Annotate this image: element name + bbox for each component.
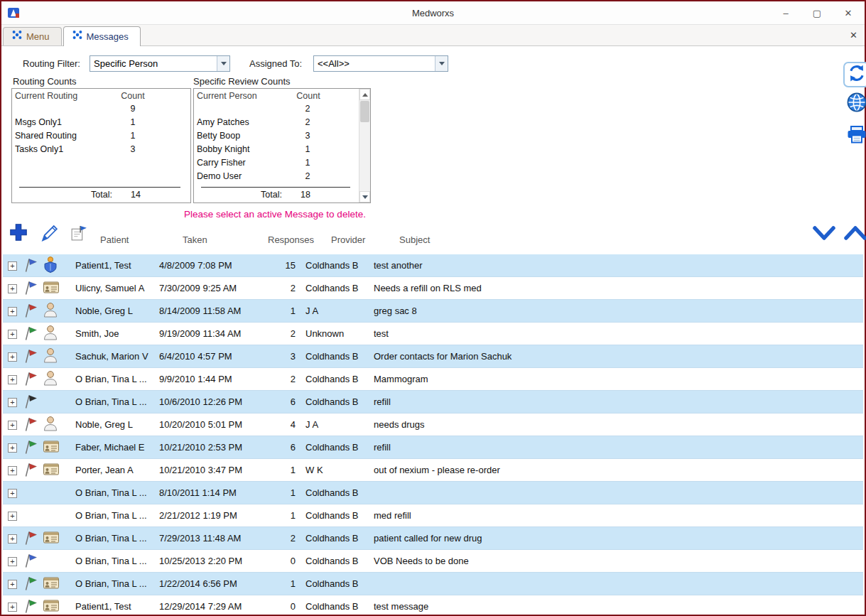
expand-button[interactable]: +: [3, 442, 23, 453]
col-header-responses[interactable]: Responses: [268, 234, 314, 245]
count-row[interactable]: Tasks Only1 3: [12, 142, 190, 156]
printer-button[interactable]: [843, 124, 866, 147]
minimize-button[interactable]: –: [779, 8, 792, 18]
cell-provider: Coldhands B: [296, 283, 368, 293]
message-row[interactable]: + O Brian, Tina L ... 1/22/2014 6:56 PM …: [3, 573, 863, 595]
flag-icon: [23, 416, 43, 434]
expand-button[interactable]: +: [3, 374, 23, 384]
sort-up-button[interactable]: [843, 225, 866, 244]
expand-button[interactable]: +: [3, 465, 23, 475]
count-row[interactable]: Shared Routing 1: [12, 129, 190, 142]
count-row[interactable]: 2: [194, 102, 358, 115]
expand-button[interactable]: +: [3, 396, 23, 407]
review-total-value: 18: [289, 190, 322, 200]
assigned-to-dropdown-arrow-icon[interactable]: [435, 56, 448, 71]
routing-col-count: Count: [118, 91, 148, 101]
col-header-patient[interactable]: Patient: [100, 234, 129, 245]
cell-taken: 10/25/2013 2:20 PM: [158, 556, 264, 566]
app-window: Medworxs – ▢ ✕ Menu Messages ✕ Routing F…: [0, 0, 866, 616]
count-row[interactable]: Carry Fisher 1: [194, 156, 358, 169]
count-row[interactable]: Amy Patches 2: [194, 115, 358, 129]
cell-patient: Ulicny, Samuel A: [67, 283, 158, 293]
sort-down-button[interactable]: [811, 225, 837, 244]
message-list: + Patient1, Test 4/8/2009 7:08 PM 15 Col…: [3, 254, 863, 613]
col-header-taken[interactable]: Taken: [183, 234, 207, 245]
maximize-button[interactable]: ▢: [811, 8, 823, 18]
expand-button[interactable]: +: [3, 260, 23, 271]
chevron-up-icon: [843, 225, 866, 244]
expand-button[interactable]: +: [3, 419, 23, 430]
col-header-provider[interactable]: Provider: [331, 234, 365, 245]
count-row[interactable]: Bobby Knight 1: [194, 142, 358, 156]
count-row[interactable]: Msgs Only1 1: [12, 115, 190, 129]
cell-taken: 4/8/2009 7:08 PM: [158, 260, 264, 271]
flag-icon: [23, 393, 43, 411]
cell-taken: 2/21/2012 1:19 PM: [158, 510, 264, 521]
message-row[interactable]: + O Brian, Tina L ... 10/6/2010 12:26 PM…: [3, 391, 863, 414]
message-row[interactable]: + Faber, Michael E 10/21/2010 2:53 PM 6 …: [3, 436, 863, 459]
globe-button[interactable]: [843, 92, 866, 116]
message-row[interactable]: + O Brian, Tina L ... 7/29/2013 11:48 AM…: [3, 527, 863, 550]
expand-button[interactable]: +: [3, 283, 23, 293]
message-row[interactable]: + Sachuk, Marion V 6/4/2010 4:57 PM 3 Co…: [3, 345, 863, 368]
message-row[interactable]: + O Brian, Tina L ... 10/25/2013 2:20 PM…: [3, 550, 863, 573]
cell-responses: 0: [264, 556, 296, 566]
cell-taken: 10/21/2010 3:47 PM: [158, 465, 264, 475]
routing-filter-combobox[interactable]: Specific Person: [90, 55, 230, 72]
cell-patient: O Brian, Tina L ...: [67, 487, 158, 498]
message-row[interactable]: + O Brian, Tina L ... 9/9/2010 1:44 PM 2…: [3, 368, 863, 391]
message-row[interactable]: + Ulicny, Samuel A 7/30/2009 9:25 AM 2 C…: [3, 277, 863, 300]
count-row-value: 2: [293, 117, 323, 127]
cell-provider: Coldhands B: [296, 533, 368, 544]
message-row[interactable]: + O Brian, Tina L ... 2/21/2012 1:19 PM …: [3, 504, 863, 527]
count-row[interactable]: 9: [12, 102, 190, 115]
scroll-thumb[interactable]: [360, 101, 369, 122]
message-row[interactable]: + Noble, Greg L 8/14/2009 11:58 AM 1 J A…: [3, 300, 863, 323]
expand-button[interactable]: +: [3, 328, 23, 339]
expand-button[interactable]: +: [3, 510, 23, 521]
cell-provider: Coldhands B: [296, 510, 368, 521]
window-title: Medworxs: [1, 8, 865, 18]
expand-button[interactable]: +: [3, 556, 23, 566]
expand-button[interactable]: +: [3, 601, 23, 612]
cell-provider: Coldhands B: [296, 578, 368, 589]
edit-message-button[interactable]: [40, 224, 59, 246]
refresh-button[interactable]: [843, 62, 866, 87]
message-row[interactable]: + Noble, Greg L 10/20/2010 5:01 PM 4 J A…: [3, 414, 863, 436]
messages-tab-icon: [72, 30, 82, 43]
count-row-name: Carry Fisher: [197, 158, 293, 168]
expand-button[interactable]: +: [3, 578, 23, 589]
expand-button[interactable]: +: [3, 306, 23, 316]
cell-subject: refill: [368, 442, 863, 453]
message-row[interactable]: + Smith, Joe 9/19/2009 11:34 AM 2 Unknow…: [3, 323, 863, 345]
scroll-down-button[interactable]: [359, 191, 370, 202]
routing-filter-dropdown-arrow-icon[interactable]: [217, 56, 229, 71]
message-row[interactable]: + Patient1, Test 12/29/2014 7:29 AM 0 Co…: [3, 595, 863, 613]
cell-provider: Coldhands B: [296, 374, 368, 384]
message-row[interactable]: + Patient1, Test 4/8/2009 7:08 PM 15 Col…: [3, 254, 863, 277]
cell-subject: test another: [368, 260, 863, 271]
review-scrollbar[interactable]: [359, 89, 370, 202]
scroll-up-button[interactable]: [359, 89, 370, 100]
printer-icon: [846, 125, 866, 147]
count-row[interactable]: Demo User 2: [194, 169, 358, 183]
close-button[interactable]: ✕: [842, 8, 855, 18]
cell-responses: 1: [264, 487, 296, 498]
expand-button[interactable]: +: [3, 487, 23, 498]
expand-button[interactable]: +: [3, 351, 23, 362]
cell-subject: out of nexium - please re-order: [368, 465, 863, 475]
add-message-button[interactable]: [9, 222, 28, 245]
tab-menu[interactable]: Menu: [3, 27, 62, 45]
patient-type-icon: [43, 575, 67, 593]
tab-close-icon[interactable]: ✕: [850, 30, 857, 40]
message-row[interactable]: + Porter, Jean A 10/21/2010 3:47 PM 1 W …: [3, 459, 863, 482]
flag-note-button[interactable]: [70, 225, 87, 245]
flag-icon: [23, 347, 43, 366]
assigned-to-combobox[interactable]: <<All>>: [313, 55, 448, 72]
count-row[interactable]: Betty Boop 3: [194, 129, 358, 142]
message-row[interactable]: + O Brian, Tina L ... 8/10/2011 1:14 PM …: [3, 482, 863, 504]
count-row-value: 1: [118, 117, 148, 127]
expand-button[interactable]: +: [3, 533, 23, 544]
tab-messages[interactable]: Messages: [63, 26, 141, 46]
col-header-subject[interactable]: Subject: [399, 234, 430, 245]
